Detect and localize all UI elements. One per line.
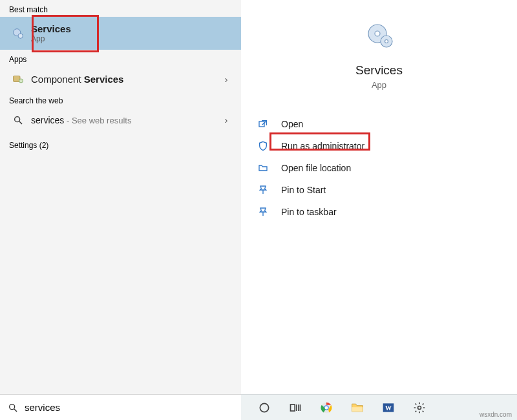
hero-title: Services [241,63,517,78]
settings-gear-icon[interactable] [412,400,427,415]
action-loc-label: Open file location [275,163,351,173]
svg-point-15 [260,403,268,412]
svg-text:W: W [385,404,392,412]
taskbar: W [241,394,517,420]
web-term: services [31,115,64,125]
action-pin-taskbar-label: Pin to taskbar [275,207,337,217]
file-explorer-icon[interactable] [350,400,365,415]
svg-point-4 [15,116,20,121]
best-match-subtitle: App [31,34,232,43]
pin-icon [258,207,275,217]
action-open-label: Open [275,119,303,129]
action-open-file-location[interactable]: Open file location [248,157,511,179]
svg-point-3 [19,79,23,83]
chevron-right-icon: › [220,74,232,85]
hero-subtitle: App [241,80,517,90]
admin-shield-icon [258,141,275,151]
search-bar[interactable] [0,394,241,420]
open-icon [258,119,275,129]
svg-point-13 [10,404,15,409]
apps-result-component-services[interactable]: Component Services › [0,67,241,91]
search-icon [8,403,18,413]
task-view-icon[interactable] [288,400,303,415]
svg-line-5 [19,121,22,124]
svg-point-9 [385,40,388,43]
web-hint: - See web results [64,116,131,125]
best-match-result[interactable]: Services App [0,17,241,50]
search-web-header: Search the web [0,91,241,108]
action-open[interactable]: Open [248,113,511,135]
apps-item-bold: Services [84,74,124,85]
best-match-header: Best match [0,0,241,17]
action-pin-start-label: Pin to Start [275,185,326,195]
best-match-title: Services [31,23,71,34]
svg-rect-16 [291,404,295,411]
folder-icon [258,163,275,173]
action-admin-label: Run as administrator [275,141,364,151]
settings-header: Settings (2) [0,132,241,152]
services-gear-icon [9,26,27,41]
chrome-icon[interactable] [319,400,334,415]
web-result[interactable]: services - See web results › [0,108,241,132]
cortana-circle-icon[interactable] [257,400,272,415]
action-pin-to-start[interactable]: Pin to Start [248,179,511,201]
pin-icon [258,185,275,195]
apps-header: Apps [0,50,241,67]
chevron-right-icon: › [220,114,232,125]
svg-point-26 [418,406,421,409]
svg-point-7 [375,31,380,36]
component-services-icon [9,73,27,85]
watermark: wsxdn.com [480,411,512,418]
search-icon [9,115,27,125]
hero: Services App [241,0,517,109]
svg-line-14 [14,409,17,412]
apps-item-prefix: Component [31,74,84,85]
svg-point-1 [18,34,23,38]
details-pane: Services App Open Run as administrator [241,0,517,394]
services-large-gear-icon [363,19,396,52]
search-results-pane: Best match Services App Apps Component S… [0,0,241,394]
actions-list: Open Run as administrator Open file loca… [241,109,517,227]
action-pin-to-taskbar[interactable]: Pin to taskbar [248,201,511,223]
svg-rect-23 [352,407,363,412]
action-run-as-admin[interactable]: Run as administrator [248,135,511,157]
search-input[interactable] [25,402,233,413]
word-icon[interactable]: W [381,400,396,415]
svg-point-22 [325,406,328,409]
